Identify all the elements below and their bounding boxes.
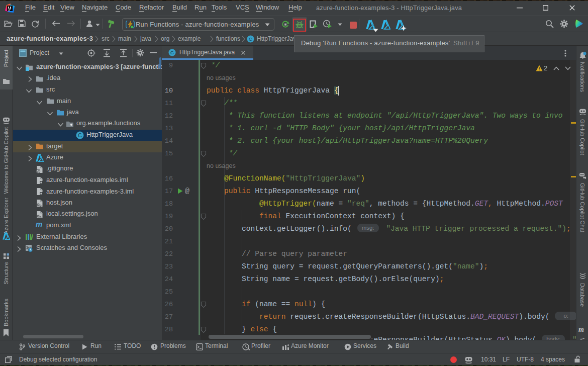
svg-text:C: C	[170, 50, 174, 55]
svg-text:C: C	[78, 132, 82, 138]
svg-text:C: C	[249, 36, 252, 42]
